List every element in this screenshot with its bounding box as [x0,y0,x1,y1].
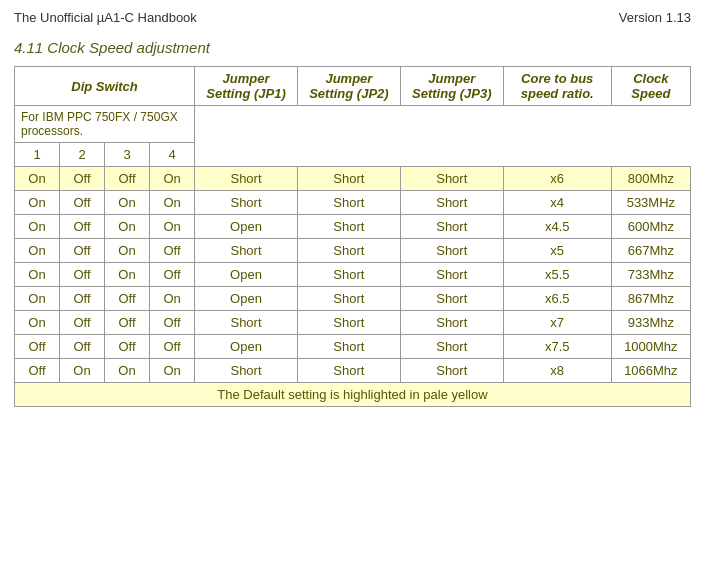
jp2-header: Jumper Setting (JP2) [297,67,400,106]
table-cell: 1000Mhz [611,335,690,359]
table-cell: On [105,191,150,215]
table-cell: On [105,215,150,239]
table-cell: x5 [503,239,611,263]
table-cell: On [15,167,60,191]
doc-version: Version 1.13 [619,10,691,25]
table-cell: Short [195,359,298,383]
table-row: OffOffOffOffOpenShortShortx7.51000Mhz [15,335,691,359]
table-cell: Short [195,311,298,335]
table-cell: 867Mhz [611,287,690,311]
table-cell: x6 [503,167,611,191]
jp1-header: Jumper Setting (JP1) [195,67,298,106]
table-cell: On [150,359,195,383]
table-cell: Short [297,215,400,239]
section-title: 4.11 Clock Speed adjustment [14,39,691,56]
table-cell: On [15,263,60,287]
dip-col-2: 2 [60,143,105,167]
table-cell: Short [297,239,400,263]
dip-col-4: 4 [150,143,195,167]
table-cell: On [150,287,195,311]
table-cell: Off [60,239,105,263]
table-row: OnOffOffOnShortShortShortx6800Mhz [15,167,691,191]
table-cell: Short [400,311,503,335]
table-cell: 800Mhz [611,167,690,191]
table-row: OnOffOffOffShortShortShortx7933Mhz [15,311,691,335]
table-cell: Short [195,191,298,215]
table-cell: On [15,239,60,263]
table-cell: Short [297,335,400,359]
dip-switch-header: Dip Switch [15,67,195,106]
table-cell: On [15,191,60,215]
table-cell: Short [297,167,400,191]
table-cell: Short [400,167,503,191]
footer-note: The Default setting is highlighted in pa… [15,383,691,407]
table-cell: x7 [503,311,611,335]
table-cell: Off [15,359,60,383]
table-cell: Off [60,215,105,239]
table-cell: 1066Mhz [611,359,690,383]
table-cell: Short [297,263,400,287]
table-cell: Off [150,311,195,335]
table-cell: Short [297,287,400,311]
table-cell: On [150,167,195,191]
table-cell: 533MHz [611,191,690,215]
dip-desc: For IBM PPC 750FX / 750GX processors. [15,106,195,143]
table-row: OnOffOffOnOpenShortShortx6.5867Mhz [15,287,691,311]
table-cell: x4 [503,191,611,215]
table-cell: x8 [503,359,611,383]
document-header: The Unofficial µA1-C Handbook Version 1.… [14,10,691,25]
table-cell: 600Mhz [611,215,690,239]
table-cell: Off [150,239,195,263]
table-cell: On [15,215,60,239]
table-cell: Off [105,335,150,359]
table-cell: 667Mhz [611,239,690,263]
table-cell: Off [60,311,105,335]
table-cell: Open [195,287,298,311]
table-cell: Short [400,335,503,359]
table-cell: Off [105,287,150,311]
table-cell: Open [195,335,298,359]
table-cell: Short [400,191,503,215]
table-cell: Open [195,263,298,287]
table-cell: Open [195,215,298,239]
table-cell: Short [195,239,298,263]
table-cell: Short [400,359,503,383]
table-cell: Off [60,167,105,191]
table-cell: 733Mhz [611,263,690,287]
table-cell: On [105,239,150,263]
table-cell: Off [60,287,105,311]
table-cell: Short [297,311,400,335]
table-cell: x7.5 [503,335,611,359]
table-row: OnOffOnOnShortShortShortx4533MHz [15,191,691,215]
table-cell: Short [400,263,503,287]
doc-title: The Unofficial µA1-C Handbook [14,10,197,25]
table-cell: Off [150,263,195,287]
table-cell: Off [60,191,105,215]
table-cell: Short [400,215,503,239]
table-cell: On [150,191,195,215]
table-cell: On [105,359,150,383]
table-cell: On [150,215,195,239]
table-cell: Short [297,191,400,215]
table-cell: Off [15,335,60,359]
table-cell: x6.5 [503,287,611,311]
table-cell: Off [60,263,105,287]
table-row: OffOnOnOnShortShortShortx81066Mhz [15,359,691,383]
clock-speed-table: Dip Switch Jumper Setting (JP1) Jumper S… [14,66,691,407]
table-cell: Off [150,335,195,359]
table-cell: On [105,263,150,287]
table-row: OnOffOnOffOpenShortShortx5.5733Mhz [15,263,691,287]
table-cell: On [15,287,60,311]
table-cell: Short [195,167,298,191]
table-cell: 933Mhz [611,311,690,335]
table-cell: x4.5 [503,215,611,239]
jp3-header: Jumper Setting (JP3) [400,67,503,106]
table-cell: Short [400,239,503,263]
table-cell: On [15,311,60,335]
dip-col-3: 3 [105,143,150,167]
table-row: OnOffOnOnOpenShortShortx4.5600Mhz [15,215,691,239]
dip-col-1: 1 [15,143,60,167]
table-cell: Short [297,359,400,383]
clock-speed-header: Clock Speed [611,67,690,106]
table-cell: Off [105,167,150,191]
